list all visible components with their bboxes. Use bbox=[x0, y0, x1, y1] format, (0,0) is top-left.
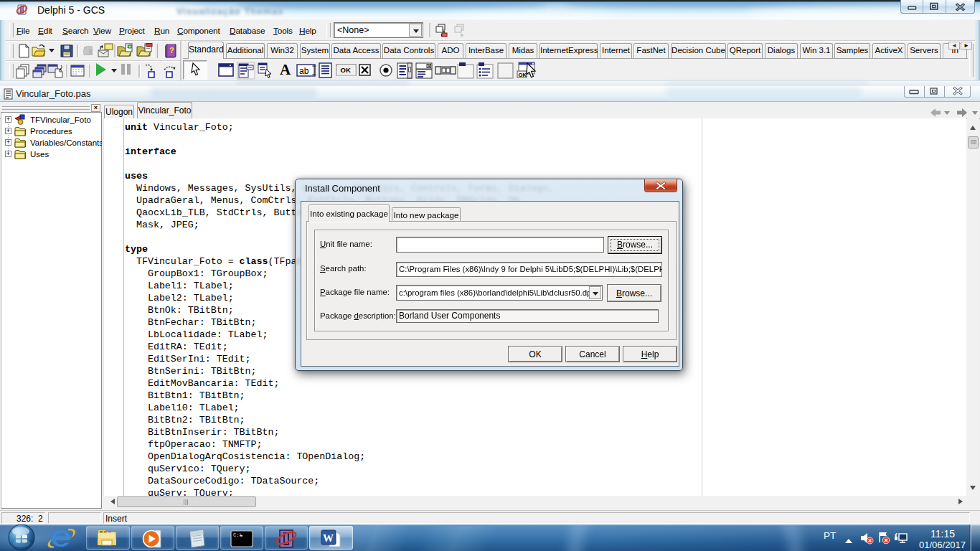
svg-text:ab: ab bbox=[299, 66, 309, 76]
svg-text:OK: OK bbox=[341, 66, 351, 74]
svg-text:W: W bbox=[323, 532, 334, 544]
svg-text:?: ? bbox=[169, 46, 174, 55]
